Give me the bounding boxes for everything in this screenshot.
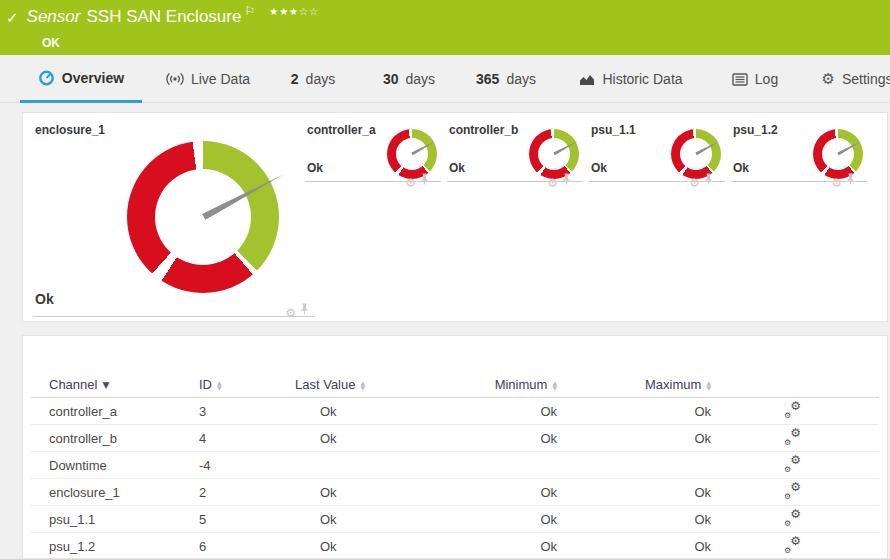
priority-stars[interactable]: ★★★☆☆ xyxy=(269,6,319,17)
cell-last-value: Ok xyxy=(295,404,485,419)
tab-number: 30 xyxy=(383,71,399,87)
stars-empty-icon[interactable]: ☆☆ xyxy=(299,6,319,17)
tab-number: 365 xyxy=(476,71,499,87)
cell-id: 2 xyxy=(199,485,295,500)
tab-settings[interactable]: ⚙ Settings xyxy=(818,55,890,103)
channel-settings-icon[interactable]: ⚙⚙ xyxy=(783,511,801,527)
gauge-needle xyxy=(837,139,863,155)
column-header-minimum[interactable]: Minimum ▲▼ xyxy=(485,377,557,392)
cell-last-value: Ok xyxy=(295,431,485,446)
table-row[interactable]: controller_b 4 Ok Ok Ok ⚙⚙ xyxy=(31,425,879,452)
cell-last-value: Ok xyxy=(295,539,485,554)
gauge-tile-psu-1-2[interactable]: psu_1.2 Ok ⚙ xyxy=(729,117,869,187)
table-header-row: Channel ▼ ID ▲▼ Last Value ▲▼ Minimum ▲▼… xyxy=(31,372,879,398)
gauge-needle xyxy=(201,172,284,220)
channel-table-panel: Channel ▼ ID ▲▼ Last Value ▲▼ Minimum ▲▼… xyxy=(22,335,888,559)
stars-filled-icon[interactable]: ★★★ xyxy=(269,6,299,17)
column-header-id[interactable]: ID ▲▼ xyxy=(199,377,295,392)
column-header-last-value[interactable]: Last Value ▲▼ xyxy=(295,377,485,392)
sort-desc-icon: ▼ xyxy=(102,380,109,390)
gauge-needle xyxy=(411,139,437,155)
cell-maximum: Ok xyxy=(557,512,711,527)
column-label: ID xyxy=(199,377,212,392)
cell-minimum: Ok xyxy=(485,539,557,554)
cell-maximum: Ok xyxy=(557,404,711,419)
sensor-overview-page: ✓ Sensor SSH SAN Enclosure ⚐ ★★★☆☆ OK Ov… xyxy=(0,0,890,559)
tab-30-days[interactable]: 30 days xyxy=(375,55,443,103)
broadcast-icon xyxy=(166,72,184,86)
tab-label: days xyxy=(406,71,436,87)
cell-maximum: Ok xyxy=(557,431,711,446)
cell-id: -4 xyxy=(199,458,295,473)
gauge-title: psu_1.1 xyxy=(591,123,636,137)
gauge-title: controller_a xyxy=(307,123,376,137)
cell-maximum: Ok xyxy=(557,485,711,500)
tab-overview[interactable]: Overview xyxy=(20,55,142,103)
cell-maximum: Ok xyxy=(557,539,711,554)
cell-minimum: Ok xyxy=(485,431,557,446)
pin-icon[interactable] xyxy=(846,171,855,189)
flag-icon[interactable]: ⚐ xyxy=(244,4,255,18)
tab-historic-data[interactable]: Historic Data xyxy=(575,55,687,103)
cell-channel: controller_b xyxy=(49,431,199,446)
divider xyxy=(731,181,867,182)
pin-icon[interactable] xyxy=(420,171,429,189)
cell-id: 4 xyxy=(199,431,295,446)
column-header-channel[interactable]: Channel ▼ xyxy=(49,377,199,392)
sort-icon: ▲▼ xyxy=(217,380,222,390)
pin-icon[interactable] xyxy=(562,171,571,189)
tab-365-days[interactable]: 365 days xyxy=(468,55,544,103)
channel-settings-icon[interactable]: ⚙⚙ xyxy=(783,403,801,419)
channel-settings-icon[interactable]: ⚙⚙ xyxy=(783,538,801,554)
column-label: Channel xyxy=(49,377,97,392)
table-row[interactable]: psu_1.2 6 Ok Ok Ok ⚙⚙ xyxy=(31,533,879,559)
cell-id: 6 xyxy=(199,539,295,554)
gauge-title: controller_b xyxy=(449,123,518,137)
tab-2-days[interactable]: 2 days xyxy=(283,55,343,103)
table-row[interactable]: enclosure_1 2 Ok Ok Ok ⚙⚙ xyxy=(31,479,879,506)
sort-icon: ▲▼ xyxy=(706,380,711,390)
divider xyxy=(447,181,583,182)
gauge-tile-psu-1-1[interactable]: psu_1.1 Ok ⚙ xyxy=(587,117,727,187)
gauge-status: Ok xyxy=(449,161,465,175)
gauge-status: Ok xyxy=(35,291,54,307)
gear-icon: ⚙ xyxy=(821,72,834,87)
gauge-tile-enclosure-1[interactable]: enclosure_1 Ok ⚙ xyxy=(31,117,317,319)
cell-minimum: Ok xyxy=(485,404,557,419)
gauge-tile-controller-a[interactable]: controller_a Ok ⚙ xyxy=(303,117,443,187)
column-header-maximum[interactable]: Maximum ▲▼ xyxy=(557,377,711,392)
cell-channel: psu_1.1 xyxy=(49,512,199,527)
channel-settings-icon[interactable]: ⚙⚙ xyxy=(783,484,801,500)
tab-label: Historic Data xyxy=(602,71,682,87)
column-label: Minimum xyxy=(495,377,548,392)
channel-settings-icon[interactable]: ⚙⚙ xyxy=(783,430,801,446)
pin-icon[interactable] xyxy=(704,171,713,189)
channel-settings-icon[interactable]: ⚙⚙ xyxy=(783,457,801,473)
object-type-label: Sensor xyxy=(27,7,81,27)
gear-icon[interactable]: ⚙ xyxy=(285,307,296,319)
table-row[interactable]: Downtime -4 ⚙⚙ xyxy=(31,452,879,479)
channel-table: Channel ▼ ID ▲▼ Last Value ▲▼ Minimum ▲▼… xyxy=(31,372,879,559)
gear-icon[interactable]: ⚙ xyxy=(689,177,700,189)
gear-icon[interactable]: ⚙ xyxy=(831,177,842,189)
cell-channel: enclosure_1 xyxy=(49,485,199,500)
tab-label: Log xyxy=(755,71,778,87)
column-label: Maximum xyxy=(645,377,701,392)
status-badge: OK xyxy=(42,36,60,50)
tab-log[interactable]: Log xyxy=(726,55,784,103)
gauge-tile-controller-b[interactable]: controller_b Ok ⚙ xyxy=(445,117,585,187)
table-row[interactable]: psu_1.1 5 Ok Ok Ok ⚙⚙ xyxy=(31,506,879,533)
cell-minimum: Ok xyxy=(485,512,557,527)
gear-icon[interactable]: ⚙ xyxy=(547,177,558,189)
tab-live-data[interactable]: Live Data xyxy=(158,55,258,103)
divider xyxy=(33,316,315,317)
cell-channel: psu_1.2 xyxy=(49,539,199,554)
cell-id: 3 xyxy=(199,404,295,419)
cell-last-value: Ok xyxy=(295,485,485,500)
table-row[interactable]: controller_a 3 Ok Ok Ok ⚙⚙ xyxy=(31,398,879,425)
sensor-header: ✓ Sensor SSH SAN Enclosure ⚐ ★★★☆☆ OK xyxy=(0,0,890,55)
gear-icon[interactable]: ⚙ xyxy=(405,177,416,189)
tab-label: Settings xyxy=(842,71,890,87)
cell-channel: Downtime xyxy=(49,458,199,473)
log-list-icon xyxy=(732,73,748,86)
